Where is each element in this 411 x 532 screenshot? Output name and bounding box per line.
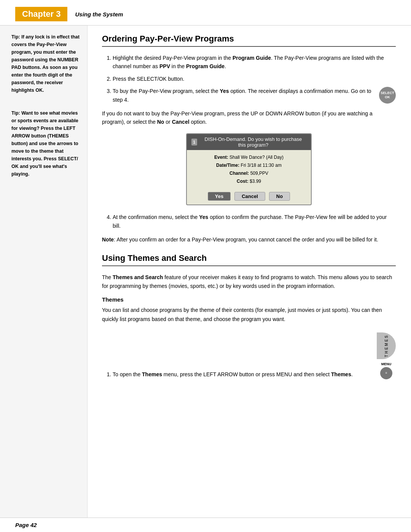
dialog-container: 1 DISH-On-Demand. Do you wish to purchas…: [102, 133, 396, 206]
tip2-text: Tip: Want to see what movies or sports e…: [11, 110, 78, 177]
body-layout: Tip: If any lock is in effect that cover…: [0, 26, 411, 518]
step-3: To buy the Pay-Per-View program, select …: [113, 87, 396, 104]
sidebar: Tip: If any lock is in effect that cover…: [0, 26, 88, 518]
step4-list: At the confirmation menu, select the Yes…: [102, 213, 396, 230]
section2-heading: Using Themes and Search: [102, 253, 396, 266]
dialog-header-text: DISH-On-Demand. Do you wish to purchase …: [200, 136, 306, 148]
event-value: Shall We Dance? (All Day): [229, 155, 284, 160]
themes-body: You can list and choose programs by the …: [102, 306, 396, 324]
cost-line: Cost: $3.99: [192, 178, 306, 185]
themes-sub-heading: Themes: [102, 296, 396, 303]
datetime-value: Fri 3/18 at 11:30 am: [241, 163, 282, 168]
dialog-cancel-btn[interactable]: Cancel: [234, 192, 265, 201]
chapter-badge: Chapter 3: [15, 7, 67, 21]
cost-label: Cost:: [237, 179, 249, 184]
page: Chapter 3 Using the System Tip: If any l…: [0, 0, 411, 532]
dialog-box: 1 DISH-On-Demand. Do you wish to purchas…: [186, 133, 312, 206]
dialog-header-num: 1: [191, 139, 197, 145]
datetime-label: Date/Time:: [216, 163, 239, 168]
step-4: At the confirmation menu, select the Yes…: [113, 213, 396, 230]
event-line: Event: Shall We Dance? (All Day): [192, 154, 306, 161]
dialog-header: 1 DISH-On-Demand. Do you wish to purchas…: [187, 134, 311, 150]
datetime-line: Date/Time: Fri 3/18 at 11:30 am: [192, 162, 306, 169]
inline-note: If you do not want to buy the Pay-Per-Vi…: [102, 109, 396, 126]
main-content: Ordering Pay-Per-View Programs Highlight…: [88, 26, 411, 518]
menu-btn-label: MENU: [381, 361, 392, 367]
dialog-no-btn[interactable]: No: [269, 192, 290, 201]
themes-step-1: To open the Themes menu, press the LEFT …: [113, 329, 396, 379]
cost-value: $3.99: [250, 179, 261, 184]
step-2: Press the SELECT/OK button.: [113, 75, 396, 83]
page-footer: Page 42: [0, 518, 411, 532]
sidebar-tip-2: Tip: Want to see what movies or sports e…: [11, 109, 80, 178]
select-ok-button-graphic: SELECT OK: [379, 87, 396, 104]
channel-line: Channel: 509,PPV: [192, 170, 306, 177]
sidebar-tip-1: Tip: If any lock is in effect that cover…: [11, 33, 80, 94]
step-1: Highlight the desired Pay-Per-View progr…: [113, 54, 396, 71]
themes-btn-label: THEMES: [383, 334, 390, 357]
dialog-body: Event: Shall We Dance? (All Day) Date/Ti…: [187, 150, 311, 189]
menu-btn-icon: ≡: [386, 371, 387, 376]
dialog-yes-btn[interactable]: Yes: [208, 192, 231, 201]
themes-intro: The Themes and Search feature of your re…: [102, 273, 396, 291]
page-header: Chapter 3 Using the System: [0, 0, 411, 26]
tip1-text: Tip: If any lock is in effect that cover…: [11, 34, 80, 93]
themes-button-area: THEMES MENU ≡: [377, 332, 396, 379]
themes-button-shape: THEMES: [377, 332, 396, 359]
page-number: Page 42: [15, 522, 37, 528]
event-label: Event:: [214, 155, 228, 160]
section-title-header: Using the System: [75, 11, 123, 18]
dialog-buttons: Yes Cancel No: [187, 189, 311, 204]
channel-value: 509,PPV: [250, 171, 268, 176]
menu-button-graphic: ≡: [380, 367, 392, 379]
after-note: Note: After you confirm an order for a P…: [102, 235, 396, 244]
themes-section: Using Themes and Search The Themes and S…: [102, 253, 396, 379]
steps-list: Highlight the desired Pay-Per-View progr…: [102, 54, 396, 104]
section1-heading: Ordering Pay-Per-View Programs: [102, 34, 396, 47]
themes-steps-list: To open the Themes menu, press the LEFT …: [102, 329, 396, 379]
channel-label: Channel:: [229, 171, 249, 176]
